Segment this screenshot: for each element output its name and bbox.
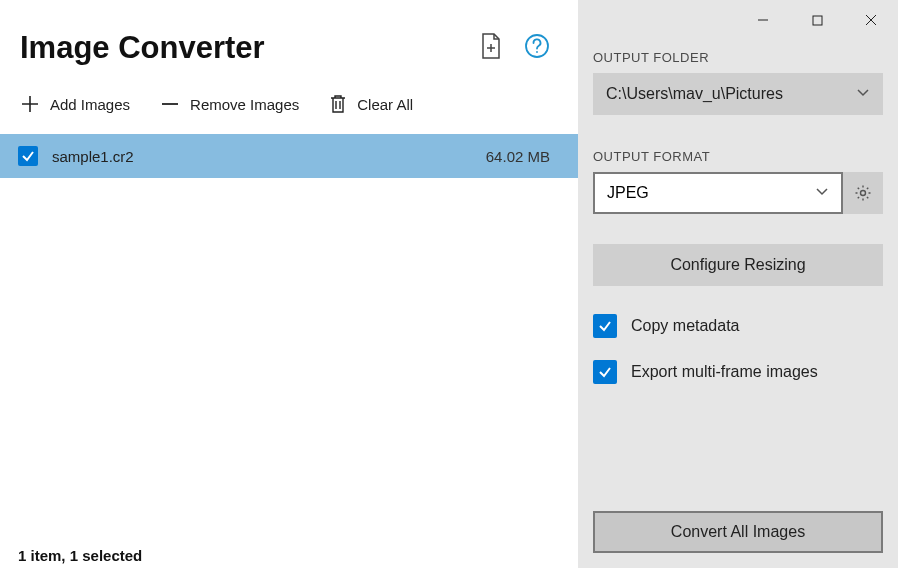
add-images-label: Add Images (50, 96, 130, 113)
file-checkbox[interactable] (18, 146, 38, 166)
header: Image Converter (0, 0, 578, 76)
header-icons (480, 33, 558, 63)
gear-icon (854, 184, 872, 202)
clear-all-label: Clear All (357, 96, 413, 113)
status-bar: 1 item, 1 selected (0, 547, 578, 568)
close-button[interactable] (857, 6, 885, 34)
help-icon[interactable] (524, 33, 550, 63)
chevron-down-icon (856, 85, 870, 103)
configure-resizing-label: Configure Resizing (670, 256, 805, 274)
maximize-button[interactable] (803, 6, 831, 34)
svg-point-0 (526, 35, 548, 57)
file-size: 64.02 MB (486, 148, 560, 165)
file-name: sample1.cr2 (52, 148, 472, 165)
plus-icon (20, 94, 40, 114)
maximize-icon (812, 15, 823, 26)
remove-images-button[interactable]: Remove Images (160, 94, 299, 114)
file-list: sample1.cr2 64.02 MB (0, 134, 578, 547)
chevron-down-icon (815, 184, 829, 202)
output-format-row: JPEG (593, 172, 883, 214)
check-icon (597, 364, 613, 380)
export-multiframe-checkbox[interactable]: Export multi-frame images (593, 360, 883, 384)
clear-all-button[interactable]: Clear All (329, 94, 413, 114)
window-controls (593, 0, 889, 40)
output-folder-dropdown[interactable]: C:\Users\mav_u\Pictures (593, 73, 883, 115)
svg-point-1 (536, 51, 538, 53)
trash-icon (329, 94, 347, 114)
output-format-dropdown[interactable]: JPEG (593, 172, 843, 214)
minimize-button[interactable] (749, 6, 777, 34)
app-title: Image Converter (20, 30, 480, 66)
output-folder-label: OUTPUT FOLDER (593, 50, 883, 65)
file-row[interactable]: sample1.cr2 64.02 MB (0, 134, 578, 178)
convert-all-button[interactable]: Convert All Images (593, 511, 883, 553)
configure-resizing-button[interactable]: Configure Resizing (593, 244, 883, 286)
new-file-icon[interactable] (480, 33, 502, 63)
minus-icon (160, 94, 180, 114)
format-settings-button[interactable] (843, 172, 883, 214)
checkbox-box (593, 314, 617, 338)
minimize-icon (757, 14, 769, 26)
output-format-value: JPEG (607, 184, 815, 202)
output-format-label: OUTPUT FORMAT (593, 149, 883, 164)
copy-metadata-checkbox[interactable]: Copy metadata (593, 314, 883, 338)
export-multiframe-label: Export multi-frame images (631, 363, 818, 381)
copy-metadata-label: Copy metadata (631, 317, 740, 335)
remove-images-label: Remove Images (190, 96, 299, 113)
add-images-button[interactable]: Add Images (20, 94, 130, 114)
svg-point-3 (861, 191, 866, 196)
output-folder-value: C:\Users\mav_u\Pictures (606, 85, 856, 103)
svg-rect-2 (813, 16, 822, 25)
checkbox-box (593, 360, 617, 384)
right-panel: OUTPUT FOLDER C:\Users\mav_u\Pictures OU… (578, 0, 898, 568)
toolbar: Add Images Remove Images Clear All (0, 76, 578, 134)
app-root: Image Converter Add Images (0, 0, 898, 568)
close-icon (865, 14, 877, 26)
left-panel: Image Converter Add Images (0, 0, 578, 568)
check-icon (21, 149, 35, 163)
check-icon (597, 318, 613, 334)
convert-all-label: Convert All Images (671, 523, 805, 541)
spacer (593, 384, 883, 511)
